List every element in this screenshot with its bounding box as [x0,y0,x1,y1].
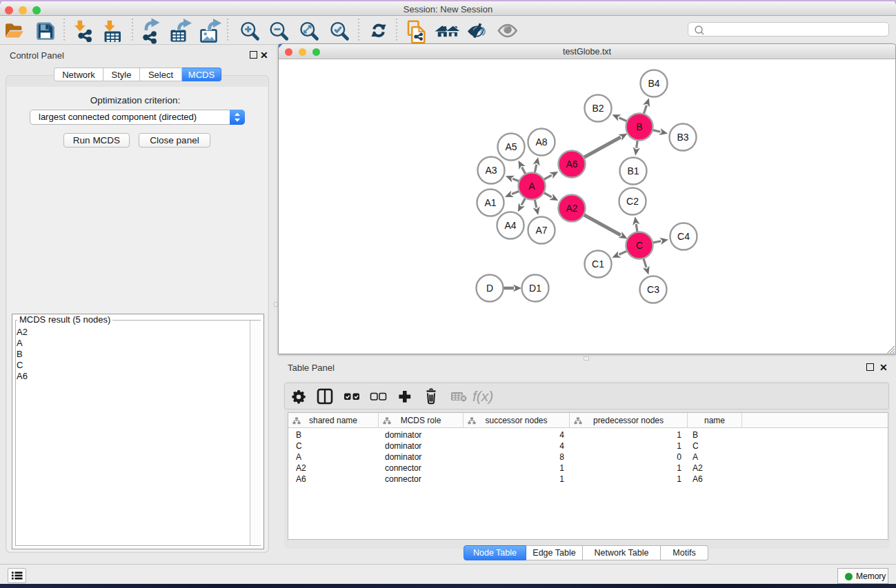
svg-text:A1: A1 [484,197,496,208]
svg-text:A7: A7 [535,225,547,236]
svg-text:B3: B3 [677,132,688,143]
svg-text:B4: B4 [648,78,659,89]
svg-text:D: D [486,283,493,294]
svg-text:D1: D1 [529,283,541,294]
svg-text:B1: B1 [627,165,639,176]
svg-text:C2: C2 [626,196,639,207]
svg-text:B: B [636,121,642,132]
svg-text:C1: C1 [592,258,604,270]
svg-text:A8: A8 [535,136,547,148]
svg-text:A4: A4 [504,220,516,231]
svg-text:A5: A5 [505,141,517,152]
svg-text:A3: A3 [485,165,497,176]
svg-text:B2: B2 [592,103,604,114]
svg-text:C3: C3 [647,284,659,295]
svg-text:A: A [528,181,535,192]
svg-text:f(x): f(x) [472,388,493,404]
svg-text:C: C [636,240,643,251]
svg-text:A6: A6 [566,159,577,170]
svg-text:C4: C4 [677,231,690,242]
svg-text:A2: A2 [566,203,577,214]
